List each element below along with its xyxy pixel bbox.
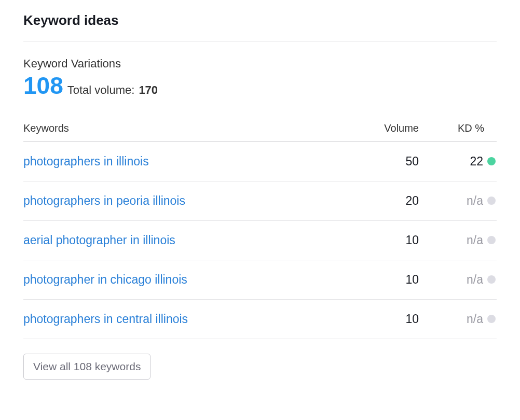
section-title: Keyword ideas	[23, 12, 497, 41]
kd-value: n/a	[467, 194, 483, 207]
column-header-volume[interactable]: Volume	[346, 117, 419, 142]
keywords-table: Keywords Volume KD % photographers in il…	[23, 117, 497, 339]
kd-value: n/a	[467, 233, 483, 247]
kd-cell: n/a	[419, 300, 497, 339]
table-row: photographers in central illinois10n/a	[23, 300, 497, 339]
kd-cell: 22	[419, 142, 497, 181]
keyword-link[interactable]: photographers in illinois	[23, 155, 149, 168]
volume-cell: 10	[346, 300, 419, 339]
keyword-link[interactable]: photographer in chicago illinois	[23, 273, 187, 286]
column-header-kd[interactable]: KD %	[419, 117, 497, 142]
volume-cell: 10	[346, 221, 419, 260]
keyword-cell: photographers in central illinois	[23, 300, 346, 339]
kd-difficulty-dot-icon	[487, 236, 496, 244]
keyword-link[interactable]: photographers in central illinois	[23, 312, 188, 326]
kd-value: n/a	[467, 273, 483, 286]
table-row: photographers in illinois5022	[23, 142, 497, 181]
kd-difficulty-dot-icon	[487, 315, 496, 323]
kd-cell: n/a	[419, 221, 497, 260]
view-all-keywords-button[interactable]: View all 108 keywords	[23, 354, 150, 380]
stats-row: 108 Total volume: 170	[23, 74, 497, 97]
keyword-cell: photographer in chicago illinois	[23, 260, 346, 300]
volume-cell: 10	[346, 260, 419, 300]
keyword-variations-label: Keyword Variations	[23, 57, 497, 71]
volume-cell: 20	[346, 181, 419, 221]
kd-difficulty-dot-icon	[487, 275, 496, 284]
table-row: aerial photographer in illinois10n/a	[23, 221, 497, 260]
keyword-cell: aerial photographer in illinois	[23, 221, 346, 260]
kd-value: 22	[470, 155, 483, 168]
variations-count: 108	[23, 74, 63, 97]
table-row: photographer in chicago illinois10n/a	[23, 260, 497, 300]
keyword-link[interactable]: photographers in peoria illinois	[23, 194, 185, 207]
kd-cell: n/a	[419, 181, 497, 221]
table-row: photographers in peoria illinois20n/a	[23, 181, 497, 221]
keyword-cell: photographers in peoria illinois	[23, 181, 346, 221]
total-volume-value: 170	[139, 83, 158, 97]
keyword-link[interactable]: aerial photographer in illinois	[23, 233, 175, 247]
kd-difficulty-dot-icon	[487, 197, 496, 205]
column-header-keywords[interactable]: Keywords	[23, 117, 346, 142]
total-volume-label: Total volume:	[67, 83, 135, 97]
kd-difficulty-dot-icon	[487, 157, 496, 165]
volume-cell: 50	[346, 142, 419, 181]
kd-value: n/a	[467, 312, 483, 326]
kd-cell: n/a	[419, 260, 497, 300]
keyword-cell: photographers in illinois	[23, 142, 346, 181]
